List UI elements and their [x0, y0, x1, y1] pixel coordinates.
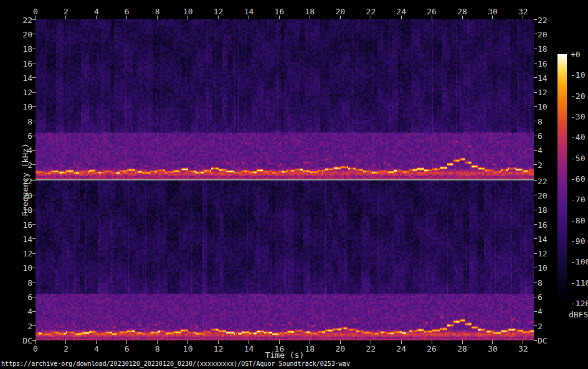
x-axis-tick-label: 30: [488, 7, 498, 16]
y-axis-tick-label: 18: [22, 44, 32, 54]
channel-1-spectrogram: [36, 19, 534, 179]
x-axis-tick-mark: [249, 16, 249, 19]
y-axis-tick-label: 4: [538, 146, 543, 155]
x-axis-tick-mark: [218, 16, 219, 19]
x-axis-tick-mark: [310, 16, 310, 19]
y-axis-tick-label: 16: [22, 220, 32, 229]
x-axis-tick-label: 4: [94, 7, 99, 16]
x-axis-tick-label: 18: [305, 344, 315, 353]
y-axis-tick-label: DC: [22, 336, 32, 345]
colorbar-tick-label: -80: [571, 215, 585, 225]
y-axis-tick-mark: [534, 63, 537, 63]
y-axis-tick-label: 6: [27, 292, 32, 302]
x-axis-tick-label: 10: [183, 7, 193, 16]
y-axis-tick-label: 8: [27, 278, 32, 287]
y-axis-tick-mark: [534, 325, 537, 326]
x-axis-tick-mark: [126, 16, 127, 19]
y-axis-tick-label: 10: [22, 263, 32, 273]
colorbar-tick-label: -90: [571, 236, 585, 246]
y-axis-tick-mark: [32, 77, 36, 78]
y-axis-tick-label: 14: [538, 73, 548, 82]
y-axis-tick-mark: [534, 92, 537, 93]
y-axis-tick-mark: [32, 311, 36, 312]
x-axis-tick-label: 8: [155, 344, 160, 353]
y-axis-tick-mark: [534, 268, 537, 268]
x-axis-tick-mark: [432, 16, 432, 19]
y-axis-tick-mark: [32, 224, 36, 225]
y-axis-tick-label: 2: [27, 160, 32, 169]
y-axis-tick-label: 12: [538, 88, 548, 97]
y-axis-tick-label: 16: [538, 220, 548, 229]
y-axis-tick-mark: [32, 49, 36, 49]
x-axis-tick-label: 12: [214, 7, 224, 16]
y-axis-tick-label: 8: [27, 116, 32, 126]
y-axis-tick-mark: [32, 340, 36, 341]
colorbar-tick-label: -120: [571, 299, 588, 308]
y-axis-tick-mark: [534, 121, 537, 121]
x-axis-tick-mark: [523, 16, 523, 19]
x-axis-tick-mark: [187, 16, 188, 19]
x-axis-tick-label: 0: [33, 344, 38, 353]
y-axis-tick-label: 16: [22, 58, 32, 68]
y-axis-tick-mark: [534, 340, 537, 341]
y-axis-tick-label: 20: [22, 29, 32, 39]
y-axis-tick-label: 10: [22, 102, 32, 111]
y-axis-tick-label: 20: [538, 190, 548, 200]
y-axis-tick-mark: [32, 150, 36, 151]
x-axis-tick-label: 16: [275, 7, 285, 16]
y-axis-tick-mark: [534, 164, 537, 165]
x-axis-tick-label: 2: [64, 344, 69, 353]
y-axis-tick-mark: [32, 164, 36, 165]
y-axis-tick-mark: [32, 106, 36, 107]
x-axis-tick-mark: [401, 16, 402, 19]
colorbar-tick-label: -40: [571, 133, 585, 142]
x-axis-tick-label: 8: [155, 7, 160, 16]
x-axis-tick-label: 16: [275, 344, 285, 353]
y-axis-tick-mark: [534, 210, 537, 210]
y-axis-tick-mark: [32, 136, 36, 136]
x-axis-tick-label: 28: [457, 344, 467, 353]
x-axis-tick-label: 24: [396, 344, 406, 353]
y-axis-tick-mark: [534, 195, 537, 195]
x-axis-tick-label: 24: [396, 7, 406, 16]
x-axis-tick-mark: [65, 16, 66, 19]
x-axis-tick-label: 32: [518, 7, 528, 16]
x-axis-tick-mark: [96, 16, 97, 19]
y-axis-tick-label: 14: [538, 234, 548, 243]
x-axis-tick-label: 32: [518, 344, 528, 353]
y-axis-tick-label: 20: [22, 190, 32, 200]
x-axis-tick-label: 28: [457, 7, 467, 16]
x-axis-tick-mark: [462, 16, 463, 19]
y-axis-tick-mark: [32, 195, 36, 195]
y-axis-tick-mark: [534, 34, 537, 34]
colorbar-gradient: [557, 54, 567, 303]
y-axis-tick-mark: [32, 253, 36, 254]
x-axis-tick-label: 6: [125, 7, 130, 16]
y-axis-tick-label: DC: [538, 336, 548, 345]
colorbar-tick-label: +0: [571, 50, 581, 59]
colorbar-tick-label: -60: [571, 174, 585, 184]
x-axis-tick-label: 30: [488, 344, 498, 353]
colorbar-tick-label: -110: [571, 278, 588, 287]
y-axis-tick-mark: [534, 19, 537, 20]
y-axis-tick-mark: [534, 282, 537, 283]
x-axis-tick-label: 12: [214, 344, 224, 353]
y-axis-tick-label: 22: [538, 15, 548, 24]
y-axis-tick-mark: [534, 150, 537, 151]
y-axis-tick-label: 6: [27, 131, 32, 141]
y-axis-tick-label: 2: [538, 321, 543, 330]
x-axis-tick-label: 6: [125, 344, 130, 353]
x-axis-tick-label: 4: [94, 344, 99, 353]
time-axis-title: Time (s): [265, 350, 305, 360]
x-axis-tick-label: 18: [305, 7, 315, 16]
colorbar-tick-label: -100: [571, 257, 588, 266]
spectrogram-figure: Frequency (kHz) Time (s) dBFS https://ar…: [0, 0, 588, 369]
y-axis-tick-label: 12: [22, 88, 32, 97]
x-axis-tick-label: 26: [427, 344, 437, 353]
y-axis-tick-mark: [32, 325, 36, 326]
x-axis-tick-label: 26: [427, 7, 437, 16]
y-axis-tick-label: 6: [538, 131, 543, 141]
x-axis-tick-label: 10: [183, 344, 193, 353]
y-axis-tick-mark: [32, 282, 36, 283]
x-axis-tick-mark: [492, 16, 493, 19]
